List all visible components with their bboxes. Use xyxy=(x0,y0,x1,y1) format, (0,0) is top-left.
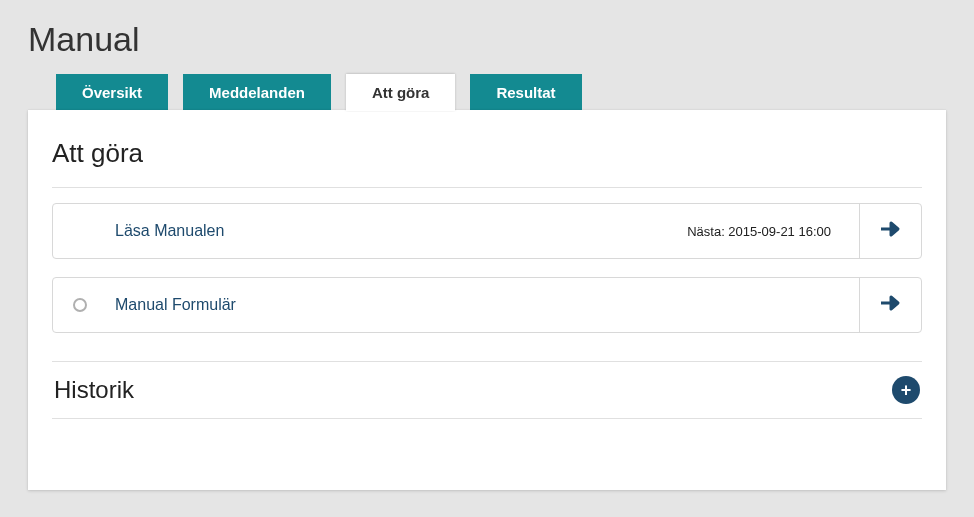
plus-icon: + xyxy=(901,380,912,401)
todo-item[interactable]: Läsa Manualen Nästa: 2015-09-21 16:00 xyxy=(52,203,922,259)
arrow-right-icon xyxy=(879,220,903,242)
todo-item[interactable]: Manual Formulär xyxy=(52,277,922,333)
tab-results[interactable]: Resultat xyxy=(470,74,581,111)
todo-title: Manual Formulär xyxy=(115,296,236,314)
todo-panel: Att göra Läsa Manualen Nästa: 2015-09-21… xyxy=(28,110,946,490)
open-button[interactable] xyxy=(859,278,921,332)
radio-icon[interactable] xyxy=(73,298,87,312)
section-title: Att göra xyxy=(52,138,922,169)
divider xyxy=(52,187,922,188)
arrow-right-icon xyxy=(879,294,903,316)
open-button[interactable] xyxy=(859,204,921,258)
tab-overview[interactable]: Översikt xyxy=(56,74,168,111)
todo-meta: Nästa: 2015-09-21 16:00 xyxy=(687,224,831,239)
history-title: Historik xyxy=(54,376,134,404)
page-title: Manual xyxy=(28,20,974,59)
todo-title: Läsa Manualen xyxy=(115,222,224,240)
tab-messages[interactable]: Meddelanden xyxy=(183,74,331,111)
history-section: Historik + xyxy=(52,361,922,419)
tab-bar: Översikt Meddelanden Att göra Resultat xyxy=(56,74,946,111)
expand-history-button[interactable]: + xyxy=(892,376,920,404)
tab-todo[interactable]: Att göra xyxy=(346,74,456,111)
